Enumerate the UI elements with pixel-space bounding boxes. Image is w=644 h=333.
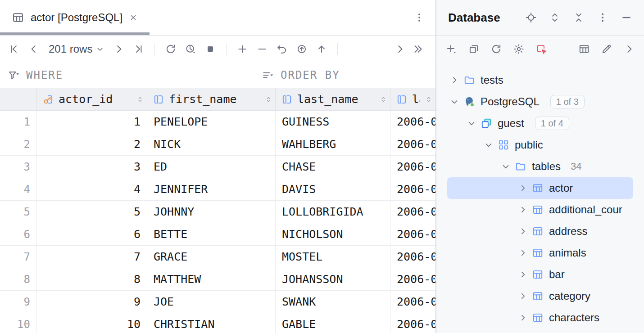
- toolbar-chevron-button[interactable]: [391, 40, 408, 58]
- chevron-right-icon[interactable]: [450, 76, 459, 85]
- row-number[interactable]: 8: [0, 268, 37, 290]
- cell-first-name[interactable]: PENELOPE: [147, 111, 276, 133]
- cell-first-name[interactable]: CHRISTIAN: [147, 313, 276, 333]
- submit-button[interactable]: [293, 40, 310, 58]
- cell-first-name[interactable]: ED: [147, 156, 276, 178]
- reload-data-button[interactable]: [162, 40, 179, 58]
- rows-count-dropdown[interactable]: 201 rows: [45, 43, 108, 55]
- cell-last-update[interactable]: 2006-0: [390, 268, 435, 290]
- cell-first-name[interactable]: BETTE: [147, 223, 276, 245]
- cell-actor-id[interactable]: 8: [37, 268, 147, 290]
- cell-first-name[interactable]: JOHNNY: [147, 201, 276, 223]
- tree-item-guest[interactable]: guest1 of 4: [447, 112, 633, 134]
- cell-first-name[interactable]: GRACE: [147, 246, 276, 268]
- row-number[interactable]: 9: [0, 291, 37, 313]
- cell-first-name[interactable]: MATTHEW: [147, 268, 276, 290]
- cell-actor-id[interactable]: 6: [37, 223, 147, 245]
- cell-last-name[interactable]: JOHANSSON: [276, 268, 390, 290]
- cell-last-update[interactable]: 2006-0: [390, 156, 435, 178]
- data-source-properties-gear-icon[interactable]: [513, 43, 525, 55]
- cell-last-name[interactable]: NICHOLSON: [276, 223, 390, 245]
- hide-panel-icon[interactable]: [621, 12, 632, 23]
- cell-last-name[interactable]: SWANK: [276, 291, 390, 313]
- sort-icon[interactable]: [379, 95, 387, 104]
- column-header-actor_id[interactable]: actor_id: [37, 88, 147, 110]
- cell-last-name[interactable]: GABLE: [276, 313, 390, 333]
- column-header-last_name[interactable]: last_name: [276, 88, 390, 110]
- row-number[interactable]: 7: [0, 246, 37, 268]
- chevron-right-icon[interactable]: [518, 227, 527, 236]
- chevron-down-icon[interactable]: [450, 97, 459, 106]
- tree-item-bar[interactable]: bar: [447, 264, 633, 285]
- row-number[interactable]: 10: [0, 313, 37, 333]
- table-view-icon[interactable]: [578, 43, 590, 55]
- column-header-first_name[interactable]: first_name: [147, 88, 276, 110]
- cell-last-name[interactable]: GUINESS: [276, 111, 390, 133]
- close-tab-icon[interactable]: [129, 13, 138, 22]
- tree-item-tests[interactable]: tests: [447, 69, 633, 91]
- cell-actor-id[interactable]: 1: [37, 111, 147, 133]
- tree-item-characters[interactable]: characters: [447, 307, 633, 328]
- disconnect-icon[interactable]: [535, 43, 547, 55]
- collapse-all-icon[interactable]: [573, 12, 585, 23]
- cell-actor-id[interactable]: 4: [37, 178, 147, 200]
- row-number[interactable]: 1: [0, 111, 37, 133]
- where-filter-field[interactable]: WHERE: [0, 62, 254, 88]
- chevron-right-icon[interactable]: [518, 292, 527, 301]
- cell-last-update[interactable]: 2006-0: [390, 178, 435, 200]
- cell-last-name[interactable]: MOSTEL: [276, 246, 390, 268]
- locate-icon[interactable]: [525, 12, 537, 23]
- chevron-down-icon[interactable]: [501, 162, 510, 171]
- last-page-button[interactable]: [130, 40, 147, 58]
- expand-all-icon[interactable]: [549, 12, 561, 23]
- duplicate-icon[interactable]: [468, 43, 480, 55]
- first-page-button[interactable]: [5, 40, 23, 58]
- toolbar-chevron-right-icon[interactable]: [623, 43, 635, 55]
- cell-last-name[interactable]: CHASE: [276, 156, 390, 178]
- chevron-down-icon[interactable]: [467, 119, 476, 128]
- chevron-right-icon[interactable]: [518, 313, 527, 322]
- sort-icon[interactable]: [264, 95, 272, 104]
- cell-first-name[interactable]: NICK: [147, 133, 276, 155]
- revert-changes-button[interactable]: [273, 40, 290, 58]
- auto-refresh-button[interactable]: [182, 40, 199, 58]
- row-number[interactable]: 4: [0, 178, 37, 200]
- tree-item-animals[interactable]: animals: [447, 242, 633, 264]
- cell-last-update[interactable]: 2006-0: [390, 133, 435, 155]
- cell-last-update[interactable]: 2006-0: [390, 111, 435, 133]
- cell-actor-id[interactable]: 9: [37, 291, 147, 313]
- tree-item-category[interactable]: category: [447, 285, 633, 307]
- cell-last-update[interactable]: 2006-0: [390, 313, 435, 333]
- tab-actor-postgresql[interactable]: actor [PostgreSQL]: [0, 0, 150, 35]
- tree-item-additional-cour[interactable]: additional_cour: [447, 199, 633, 220]
- row-number[interactable]: 6: [0, 223, 37, 245]
- previous-page-button[interactable]: [25, 40, 42, 58]
- toolbar-overflow-button[interactable]: [409, 40, 426, 58]
- chevron-right-icon[interactable]: [518, 205, 527, 214]
- tab-options-kebab-icon[interactable]: [414, 12, 425, 23]
- add-row-button[interactable]: [234, 40, 251, 58]
- cell-actor-id[interactable]: 3: [37, 156, 147, 178]
- cell-first-name[interactable]: JENNIFER: [147, 178, 276, 200]
- cell-actor-id[interactable]: 7: [37, 246, 147, 268]
- edit-icon[interactable]: [601, 43, 612, 55]
- next-page-button[interactable]: [110, 40, 127, 58]
- order-by-filter-field[interactable]: ORDER BY: [254, 62, 347, 88]
- chevron-right-icon[interactable]: [518, 184, 527, 193]
- tree-item-public[interactable]: public: [447, 134, 633, 156]
- cell-last-name[interactable]: LOLLOBRIGIDA: [276, 201, 390, 223]
- cell-last-name[interactable]: WAHLBERG: [276, 133, 390, 155]
- cell-last-update[interactable]: 2006-0: [390, 223, 435, 245]
- chevron-right-icon[interactable]: [518, 248, 527, 257]
- tree-item-tables[interactable]: tables34: [447, 156, 633, 177]
- delete-row-button[interactable]: [254, 40, 271, 58]
- row-number[interactable]: 3: [0, 156, 37, 178]
- new-data-source-icon[interactable]: [445, 43, 457, 55]
- cell-actor-id[interactable]: 2: [37, 133, 147, 155]
- cell-actor-id[interactable]: 5: [37, 201, 147, 223]
- sort-icon[interactable]: [425, 95, 433, 104]
- row-number[interactable]: 5: [0, 201, 37, 223]
- cell-last-update[interactable]: 2006-0: [390, 246, 435, 268]
- stop-button[interactable]: [202, 40, 219, 58]
- chevron-right-icon[interactable]: [518, 270, 527, 279]
